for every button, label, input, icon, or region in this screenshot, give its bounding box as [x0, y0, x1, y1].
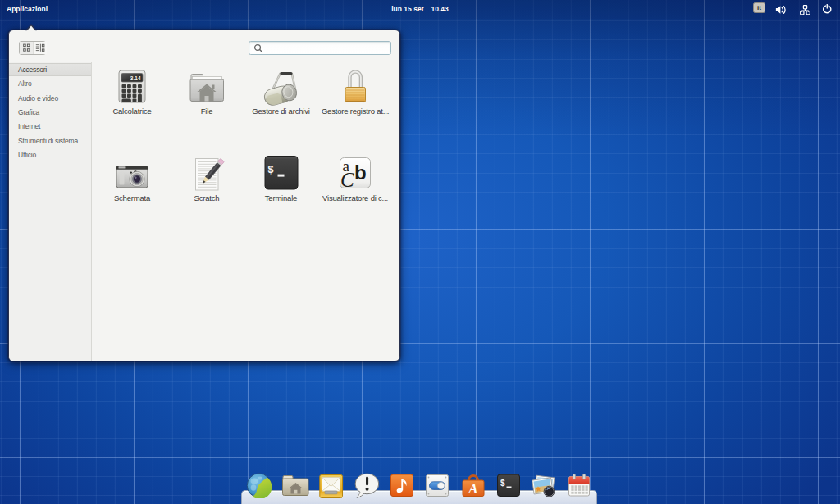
svg-text:b: b	[354, 161, 367, 184]
svg-text:$: $	[500, 479, 505, 488]
svg-text:C: C	[340, 169, 354, 191]
svg-text:A: A	[468, 481, 477, 497]
svg-text:$: $	[267, 164, 273, 175]
svg-text:3.14: 3.14	[130, 75, 141, 81]
